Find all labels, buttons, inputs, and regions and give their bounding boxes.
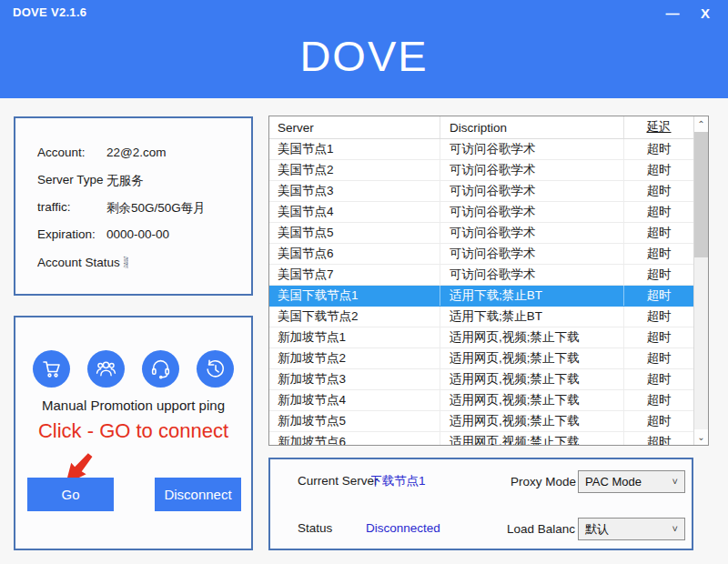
description-cell: 适用网页,视频;禁止下载 xyxy=(440,369,624,389)
support-button[interactable] xyxy=(142,350,179,388)
server-cell: 美国节点7 xyxy=(269,265,440,285)
server-cell: 美国节点5 xyxy=(269,223,440,243)
go-button[interactable]: Go xyxy=(27,478,114,511)
server-cell: 新加坡节点6 xyxy=(269,432,440,445)
status-label: Status xyxy=(298,521,332,535)
table-row[interactable]: 美国节点2可访问谷歌学术超时 xyxy=(269,160,693,181)
description-cell: 适用下载;禁止BT xyxy=(440,286,624,306)
delay-cell: 超时 xyxy=(624,327,693,347)
table-row[interactable]: 美国节点6可访问谷歌学术超时 xyxy=(269,244,693,265)
expiration-row: Expiration: 0000-00-00 xyxy=(37,227,96,241)
expiration-value: 0000-00-00 xyxy=(106,227,169,241)
description-cell: 适用下载;禁止BT xyxy=(440,307,624,327)
column-header-discription[interactable]: Discription xyxy=(440,116,624,138)
people-icon xyxy=(95,358,117,380)
minimize-button[interactable]: — xyxy=(661,4,684,24)
description-cell: 可访问谷歌学术 xyxy=(440,223,624,243)
delay-cell: 超时 xyxy=(624,244,693,264)
headset-icon xyxy=(149,358,172,380)
server-table-body: 美国节点1可访问谷歌学术超时美国节点2可访问谷歌学术超时美国节点3可访问谷歌学术… xyxy=(269,139,693,445)
table-row[interactable]: 美国下载节点1适用下载;禁止BT超时 xyxy=(269,286,693,307)
ping-button[interactable] xyxy=(197,350,234,388)
table-row[interactable]: 新加坡节点1适用网页,视频;禁止下载超时 xyxy=(269,327,693,348)
server-cell: 新加坡节点3 xyxy=(269,369,440,389)
table-row[interactable]: 美国节点7可访问谷歌学术超时 xyxy=(269,265,693,286)
description-cell: 适用网页,视频;禁止下载 xyxy=(440,432,624,445)
table-row[interactable]: 美国节点5可访问谷歌学术超时 xyxy=(269,223,693,244)
server-cell: 美国节点4 xyxy=(269,202,440,222)
traffic-value: 剩余50G/50G每月 xyxy=(106,200,206,217)
chevron-down-icon: ˅ xyxy=(672,471,678,492)
delay-cell: 超时 xyxy=(624,369,693,389)
load-balance-select[interactable]: 默认 ˅ xyxy=(578,518,685,540)
close-button[interactable]: X xyxy=(693,4,717,24)
description-cell: 适用网页,视频;禁止下载 xyxy=(440,348,624,368)
server-cell: 美国节点2 xyxy=(269,160,440,180)
window-title: DOVE V2.1.6 xyxy=(13,5,86,19)
cart-icon xyxy=(41,358,63,380)
proxy-mode-label: Proxy Mode xyxy=(511,475,576,488)
description-cell: 可访问谷歌学术 xyxy=(440,265,624,285)
account-row: Account: 22@2.com xyxy=(37,146,86,159)
table-row[interactable]: 美国节点3可访问谷歌学术超时 xyxy=(269,181,693,202)
server-cell: 新加坡节点4 xyxy=(269,390,440,410)
quick-icons-labels: Manual Promotion upport ping xyxy=(15,398,251,413)
server-cell: 新加坡节点1 xyxy=(269,327,440,347)
description-cell: 适用网页,视频;禁止下载 xyxy=(440,390,624,410)
expiration-label: Expiration: xyxy=(37,227,96,241)
server-table: Server Discription 延迟 美国节点1可访问谷歌学术超时美国节点… xyxy=(268,116,709,446)
account-panel: Account: 22@2.com Server Type 无服务 traffi… xyxy=(14,116,253,296)
connect-hint-text: Click - GO to connect xyxy=(15,419,251,443)
delay-cell: 超时 xyxy=(624,411,693,431)
scrollbar-thumb[interactable] xyxy=(694,132,708,257)
table-row[interactable]: 美国节点4可访问谷歌学术超时 xyxy=(269,202,693,223)
description-cell: 适用网页,视频;禁止下载 xyxy=(440,411,624,431)
scroll-down-icon[interactable]: ⌄ xyxy=(694,429,708,445)
server-cell: 美国节点3 xyxy=(269,181,440,201)
account-status-label: Account Status xyxy=(37,256,120,269)
quick-icons-row xyxy=(15,350,251,388)
proxy-mode-select[interactable]: PAC Mode ˅ xyxy=(578,470,685,493)
server-type-label: Server Type xyxy=(37,173,104,186)
delay-cell: 超时 xyxy=(624,160,693,180)
delay-cell: 超时 xyxy=(624,139,693,159)
delay-cell: 超时 xyxy=(624,223,693,243)
column-header-delay[interactable]: 延迟 xyxy=(624,116,693,138)
disconnect-button[interactable]: Disconnect xyxy=(155,478,241,511)
current-server-label: Current Server xyxy=(298,474,379,488)
column-header-server[interactable]: Server xyxy=(269,116,440,138)
delay-cell: 超时 xyxy=(624,390,693,410)
server-cell: 美国下载节点2 xyxy=(269,307,440,327)
history-clock-icon xyxy=(204,358,227,380)
table-row[interactable]: 新加坡节点5适用网页,视频;禁止下载超时 xyxy=(269,411,693,432)
table-row[interactable]: 新加坡节点3适用网页,视频;禁止下载超时 xyxy=(269,369,693,390)
delay-cell: 超时 xyxy=(624,307,693,327)
load-balance-value: 默认 xyxy=(585,522,609,536)
chevron-down-icon: ˅ xyxy=(672,519,678,539)
table-scrollbar[interactable]: ⌃ ⌄ xyxy=(693,116,708,445)
account-status-row: Account Status 到期 xyxy=(37,255,148,271)
table-row[interactable]: 新加坡节点6适用网页,视频;禁止下载超时 xyxy=(269,432,693,445)
server-cell: 美国节点6 xyxy=(269,244,440,264)
table-row[interactable]: 美国下载节点2适用下载;禁止BT超时 xyxy=(269,307,693,327)
manual-button[interactable] xyxy=(33,350,70,388)
description-cell: 适用网页,视频;禁止下载 xyxy=(440,327,624,347)
table-row[interactable]: 美国节点1可访问谷歌学术超时 xyxy=(269,139,693,160)
proxy-mode-value: PAC Mode xyxy=(585,475,642,488)
server-cell: 美国节点1 xyxy=(269,139,440,159)
delay-cell: 超时 xyxy=(624,202,693,222)
delay-cell: 超时 xyxy=(624,348,693,368)
promotion-button[interactable] xyxy=(87,350,125,388)
server-cell: 美国下载节点1 xyxy=(269,286,440,306)
load-balance-label: Load Balanc xyxy=(507,522,575,536)
description-cell: 可访问谷歌学术 xyxy=(440,244,624,264)
table-row[interactable]: 新加坡节点2适用网页,视频;禁止下载超时 xyxy=(269,348,693,369)
description-cell: 可访问谷歌学术 xyxy=(440,160,624,180)
table-row[interactable]: 新加坡节点4适用网页,视频;禁止下载超时 xyxy=(269,390,693,411)
delay-cell: 超时 xyxy=(624,286,693,306)
account-value: 22@2.com xyxy=(106,146,166,159)
server-type-row: Server Type 无服务 xyxy=(37,173,104,186)
traffic-label: traffic: xyxy=(37,200,71,214)
description-cell: 可访问谷歌学术 xyxy=(440,202,624,222)
scroll-up-icon[interactable]: ⌃ xyxy=(694,116,708,132)
